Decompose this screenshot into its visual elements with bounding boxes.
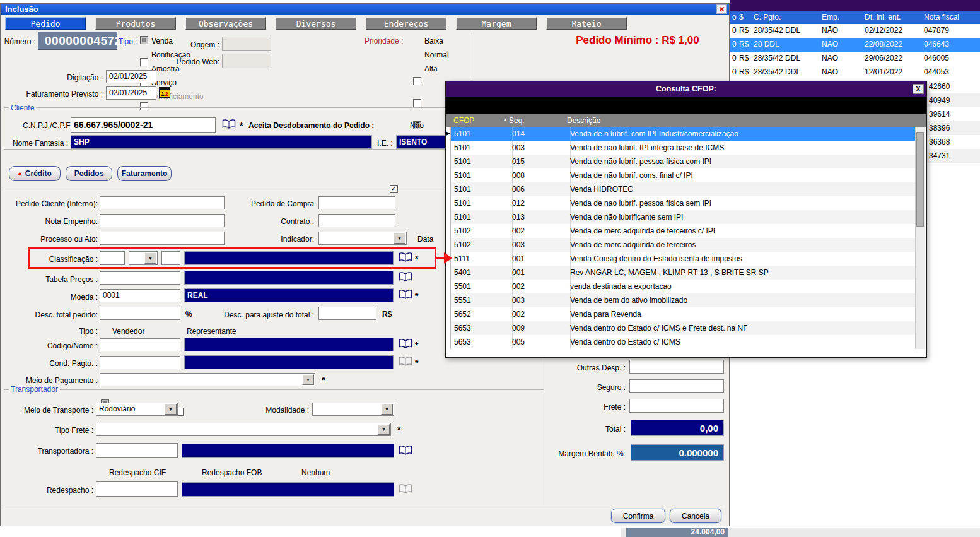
col-descricao[interactable]: Descrição xyxy=(567,116,600,125)
digitacao-field[interactable]: 02/01/2025 xyxy=(106,70,156,83)
tab-enderecos[interactable]: Endereços xyxy=(366,17,446,30)
table-row-partial[interactable]: 34731 xyxy=(927,149,980,163)
checkbox-bonificacao[interactable] xyxy=(140,58,148,66)
col-c-pgto[interactable]: C. Pgto. xyxy=(752,11,820,24)
table-row[interactable]: 0 R$ 28/35/42 DDL NÃO 02/12/2022 047879 xyxy=(730,24,980,38)
col-nota-fiscal[interactable]: Nota fiscal xyxy=(922,11,980,24)
cnpj-field[interactable]: 66.667.965/0002-21 xyxy=(71,117,216,133)
frete-field[interactable] xyxy=(629,399,724,413)
window-close-button[interactable]: ✕ xyxy=(716,4,727,14)
lookup-book-icon[interactable] xyxy=(399,338,412,351)
cond-pagto-field[interactable] xyxy=(100,356,180,369)
cfop-row[interactable]: 5551003Venda de bem do ativo imobilizado xyxy=(451,293,915,307)
redespacho-desc-field xyxy=(182,482,394,497)
col-seq[interactable]: Seq. xyxy=(509,116,525,125)
origem-field[interactable] xyxy=(222,37,271,51)
credito-button[interactable]: ● Crédito xyxy=(9,166,61,181)
chevron-down-icon[interactable]: ▼ xyxy=(394,233,405,244)
moeda-code-value: 0001 xyxy=(100,290,180,301)
contrato-field[interactable] xyxy=(318,214,395,227)
cfop-row[interactable]: 5501002venda destinada a exportacao xyxy=(451,280,915,293)
redespacho-fob-label: Redespacho FOB xyxy=(202,468,262,477)
desc-total-field[interactable] xyxy=(100,307,180,320)
checkbox-normal[interactable] xyxy=(413,99,421,107)
cfop-filter-strip[interactable] xyxy=(446,97,926,114)
cfop-row-5111[interactable]: 5111001Venda Consig dentro do Estado ise… xyxy=(451,252,915,266)
cfop-dialog-close-button[interactable]: X xyxy=(913,84,924,94)
checkbox-baixa[interactable] xyxy=(413,77,421,85)
chevron-down-icon[interactable]: ▼ xyxy=(381,404,393,415)
cfop-row[interactable]: 5102003Venda de merc adquirida de tercei… xyxy=(451,238,915,252)
rs-label: R$ xyxy=(382,310,392,319)
pedido-web-field[interactable] xyxy=(222,54,271,68)
scrollbar-thumb[interactable] xyxy=(916,132,924,227)
pedido-cliente-field[interactable] xyxy=(100,196,225,209)
cfop-row[interactable]: 5101008Venda de não lubrif. cons. final … xyxy=(451,168,915,182)
table-row[interactable]: 0 R$ 28/35/42 DDL NÃO 29/06/2022 046005 xyxy=(730,52,980,66)
cfop-row[interactable]: 5101003Venda de nao lubrif. IPI integra … xyxy=(451,141,915,155)
chevron-down-icon[interactable]: ▼ xyxy=(378,424,390,435)
cfop-row[interactable]: 5101014Venda de ñ lubrif. com IPI Indust… xyxy=(451,127,915,141)
seguro-field[interactable] xyxy=(629,379,724,393)
outras-desp-field[interactable] xyxy=(629,360,724,374)
table-row-partial[interactable]: 42660 xyxy=(927,80,980,93)
table-row-partial[interactable]: 36368 xyxy=(927,135,980,149)
chevron-down-icon[interactable]: ▼ xyxy=(302,374,314,385)
cfop-dialog-titlebar[interactable]: Consulta CFOP: xyxy=(446,81,926,97)
cfop-row[interactable]: 5653009Venda dentro do Estado c/ ICMS e … xyxy=(451,321,915,335)
table-row-partial[interactable]: 38396 xyxy=(927,121,980,135)
cfop-row[interactable]: 5101012Venda de nao lubrif. pessoa físic… xyxy=(451,196,915,210)
lookup-book-icon[interactable] xyxy=(399,445,412,457)
tab-diversos[interactable]: Diversos xyxy=(276,17,356,30)
tipo-frete-dropdown[interactable]: ▼ xyxy=(96,423,391,436)
codigo-nome-field[interactable] xyxy=(100,338,180,351)
pedidos-button[interactable]: Pedidos xyxy=(66,166,112,181)
indicador-dropdown[interactable]: ▼ xyxy=(318,232,407,245)
lookup-book-icon[interactable] xyxy=(222,119,236,131)
faturamento-button[interactable]: Faturamento xyxy=(117,166,172,181)
table-row-partial[interactable]: 40949 xyxy=(927,93,980,107)
tab-produtos[interactable]: Produtos xyxy=(95,17,176,30)
tab-rateio[interactable]: Rateio xyxy=(546,17,627,30)
col-dt-ini-ent[interactable]: Dt. ini. ent. xyxy=(863,11,921,24)
desc-ajuste-field[interactable] xyxy=(318,307,376,320)
tab-label: Produtos xyxy=(116,19,156,28)
confirma-button[interactable]: Confirma xyxy=(611,509,665,523)
lookup-book-icon[interactable] xyxy=(399,271,412,284)
cfop-row[interactable]: 5401001Rev ANGAR LC, MAGEM , KLIMP RT 13… xyxy=(451,266,915,280)
pedido-compra-field[interactable] xyxy=(318,196,395,209)
transportadora-field[interactable] xyxy=(96,443,178,458)
cfop-row[interactable]: 5101013Venda de não lubrificante sem IPI xyxy=(451,210,915,224)
faturamento-previsto-field[interactable]: 02/01/2025 xyxy=(106,86,156,100)
table-row-selected[interactable]: 0 R$ 28 DDL NÃO 22/08/2022 046643 xyxy=(730,38,980,52)
col-cfop[interactable]: CFOP xyxy=(453,116,474,125)
col-emp[interactable]: Emp. xyxy=(820,11,863,24)
cell-seq: 002 xyxy=(509,307,571,321)
tabela-precos-field[interactable] xyxy=(100,271,180,285)
meio-transporte-dropdown[interactable]: Rodoviário ▼ xyxy=(96,403,178,416)
table-row-partial[interactable]: 39614 xyxy=(927,107,980,121)
tab-pedido[interactable]: Pedido xyxy=(5,17,86,30)
table-row[interactable]: 0 R$ 28/35/42 DDL NÃO 12/01/2022 044053 xyxy=(730,66,980,80)
checkbox-aceita-desdobramento[interactable]: ✓ xyxy=(390,185,398,193)
pedidos-label: Pedidos xyxy=(74,169,104,178)
tab-observacoes[interactable]: Observações xyxy=(185,17,266,30)
moeda-code-field[interactable]: 0001 xyxy=(100,289,180,302)
cfop-row[interactable]: 5101015Venda de não lubrif. pessoa físic… xyxy=(451,155,915,168)
meio-pagamento-dropdown[interactable]: ▼ xyxy=(100,373,315,386)
redespacho-field[interactable] xyxy=(96,481,178,497)
processo-field[interactable] xyxy=(100,232,225,245)
calendar-icon[interactable]: 12 xyxy=(159,87,170,98)
chevron-down-icon[interactable]: ▼ xyxy=(165,404,177,415)
cfop-row[interactable]: 5652002Venda para Revenda xyxy=(451,307,915,321)
nota-empenho-field[interactable] xyxy=(100,214,225,227)
window-titlebar[interactable]: Inclusão xyxy=(1,4,729,15)
cfop-row[interactable]: 5102002Venda de merc adquirida de tercei… xyxy=(451,224,915,238)
checkbox-venda[interactable] xyxy=(140,36,148,44)
lookup-book-icon[interactable] xyxy=(399,289,412,302)
modalidade-dropdown[interactable]: ▼ xyxy=(312,403,394,416)
cfop-row[interactable]: 5101006Venda HIDROTEC xyxy=(451,182,915,196)
cfop-row[interactable]: 5653005Venda dentro do Estado c/ ICMS xyxy=(451,335,915,349)
cancela-button[interactable]: Cancela xyxy=(670,509,721,523)
tab-margem[interactable]: Margem xyxy=(456,17,537,30)
